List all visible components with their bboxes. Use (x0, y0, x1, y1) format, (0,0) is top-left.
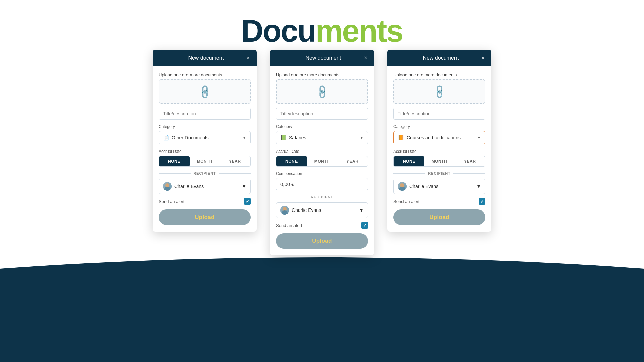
dialog-salaries: New document × Upload one ore more docum… (270, 50, 374, 255)
accrual-label-3: Accrual Date (393, 149, 485, 154)
dialog-1-header: New document × (153, 50, 257, 66)
category-arrow-1: ▼ (242, 135, 246, 140)
dialogs-container: New document × Upload one ore more docum… (0, 50, 644, 255)
avatar-3 (398, 182, 407, 191)
recipient-divider-2: RECIPIENT (276, 195, 368, 199)
accrual-none-1[interactable]: NONE (159, 156, 190, 166)
title-input-1[interactable] (159, 108, 251, 120)
alert-checkbox-2[interactable] (361, 222, 368, 229)
dialog-2-close[interactable]: × (364, 55, 367, 61)
compensation-input-2[interactable] (276, 178, 368, 190)
category-label-3: Category (393, 124, 485, 129)
dialog-2-title: New document (283, 55, 364, 61)
upload-label-2: Upload one ore more documents (276, 72, 368, 77)
recipient-select-1[interactable]: Charlie Evans ▼ (159, 179, 251, 194)
alert-checkbox-3[interactable] (479, 198, 485, 205)
title-part2: ments (316, 14, 403, 48)
category-arrow-2: ▼ (360, 135, 364, 140)
accrual-toggle-2: NONE MONTH YEAR (276, 156, 368, 167)
accrual-none-2[interactable]: NONE (276, 156, 307, 166)
alert-label-2: Send an alert (276, 223, 302, 228)
accrual-year-1[interactable]: YEAR (220, 156, 250, 166)
recipient-label-2: RECIPIENT (311, 195, 333, 199)
accrual-toggle-1: NONE MONTH YEAR (159, 156, 251, 167)
dialog-2-body: Upload one ore more documents 🔗 Category… (270, 66, 374, 255)
compensation-label-2: Compensation (276, 171, 368, 176)
recipient-arrow-2: ▼ (359, 207, 364, 213)
accrual-toggle-3: NONE MONTH YEAR (393, 156, 485, 167)
accrual-label-1: Accrual Date (159, 149, 251, 154)
category-value-1: Other Documents (172, 135, 209, 140)
title-input-2[interactable] (276, 108, 368, 120)
category-icon-3: 📙 (398, 134, 404, 141)
recipient-select-3[interactable]: Charlie Evans ▼ (393, 179, 485, 194)
clip-icon-3: 🔗 (431, 83, 447, 100)
title-part1: Docu (241, 14, 316, 48)
category-label-1: Category (159, 124, 251, 129)
dialog-3-header: New document × (387, 50, 491, 66)
alert-label-3: Send an alert (393, 199, 419, 204)
upload-label-1: Upload one ore more documents (159, 72, 251, 77)
upload-label-3: Upload one ore more documents (393, 72, 485, 77)
category-label-2: Category (276, 124, 368, 129)
dialog-courses: New document × Upload one ore more docum… (387, 50, 491, 232)
category-icon-1: 📄 (163, 134, 169, 141)
clip-icon-2: 🔗 (314, 83, 330, 100)
dialog-other-documents: New document × Upload one ore more docum… (153, 50, 257, 232)
alert-row-3: Send an alert (393, 198, 485, 205)
upload-drop-3[interactable]: 🔗 (393, 79, 485, 104)
accrual-year-2[interactable]: YEAR (337, 156, 368, 166)
category-select-3[interactable]: 📙 Courses and certifications ▼ (393, 131, 485, 144)
accrual-year-3[interactable]: YEAR (454, 156, 485, 166)
category-icon-2: 📗 (280, 134, 286, 141)
recipient-label-3: RECIPIENT (428, 171, 451, 175)
recipient-arrow-1: ▼ (241, 184, 246, 189)
recipient-name-2: Charlie Evans (292, 207, 321, 213)
upload-button-1[interactable]: Upload (159, 209, 251, 225)
alert-checkbox-1[interactable] (244, 198, 251, 205)
dialog-3-close[interactable]: × (481, 55, 485, 61)
category-select-2[interactable]: 📗 Salaries ▼ (276, 131, 368, 144)
upload-button-3[interactable]: Upload (393, 209, 485, 225)
accrual-month-2[interactable]: MONTH (307, 156, 337, 166)
category-select-1[interactable]: 📄 Other Documents ▼ (159, 131, 251, 144)
page-title: Documents (0, 13, 644, 49)
clip-icon-1: 🔗 (197, 83, 213, 100)
recipient-divider-3: RECIPIENT (393, 171, 485, 175)
category-value-2: Salaries (289, 135, 306, 140)
recipient-arrow-3: ▼ (476, 184, 481, 189)
category-value-3: Courses and certifications (407, 135, 461, 140)
recipient-label-1: RECIPIENT (193, 171, 216, 175)
accrual-label-2: Accrual Date (276, 149, 368, 154)
dialog-3-body: Upload one ore more documents 🔗 Category… (387, 66, 491, 232)
dialog-1-close[interactable]: × (246, 55, 250, 61)
recipient-name-3: Charlie Evans (409, 184, 438, 189)
avatar-1 (163, 182, 172, 191)
accrual-month-1[interactable]: MONTH (190, 156, 220, 166)
avatar-2 (280, 206, 289, 215)
upload-drop-2[interactable]: 🔗 (276, 79, 368, 104)
dialog-3-title: New document (400, 55, 481, 61)
alert-row-2: Send an alert (276, 222, 368, 229)
dialog-2-header: New document × (270, 50, 374, 66)
recipient-select-2[interactable]: Charlie Evans ▼ (276, 202, 368, 218)
dialog-1-title: New document (165, 55, 246, 61)
alert-label-1: Send an alert (159, 199, 184, 204)
accrual-none-3[interactable]: NONE (394, 156, 424, 166)
recipient-name-1: Charlie Evans (174, 184, 204, 189)
category-arrow-3: ▼ (477, 135, 481, 140)
dialog-1-body: Upload one ore more documents 🔗 Category… (153, 66, 257, 232)
title-input-3[interactable] (393, 108, 485, 120)
accrual-month-3[interactable]: MONTH (424, 156, 455, 166)
recipient-divider-1: RECIPIENT (159, 171, 251, 175)
alert-row-1: Send an alert (159, 198, 251, 205)
upload-drop-1[interactable]: 🔗 (159, 79, 251, 104)
upload-button-2[interactable]: Upload (276, 233, 368, 249)
